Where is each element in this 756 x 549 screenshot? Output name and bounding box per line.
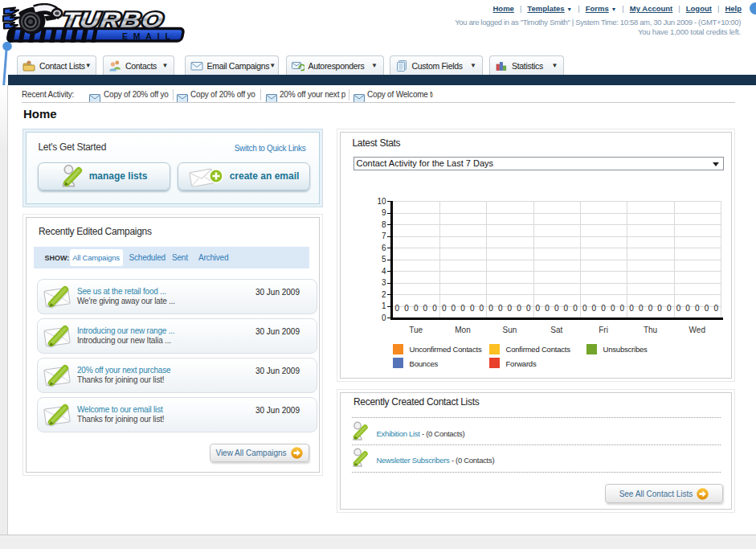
svg-text:TURBO: TURBO (60, 7, 166, 32)
svg-text:EMAIL: EMAIL (122, 31, 176, 41)
